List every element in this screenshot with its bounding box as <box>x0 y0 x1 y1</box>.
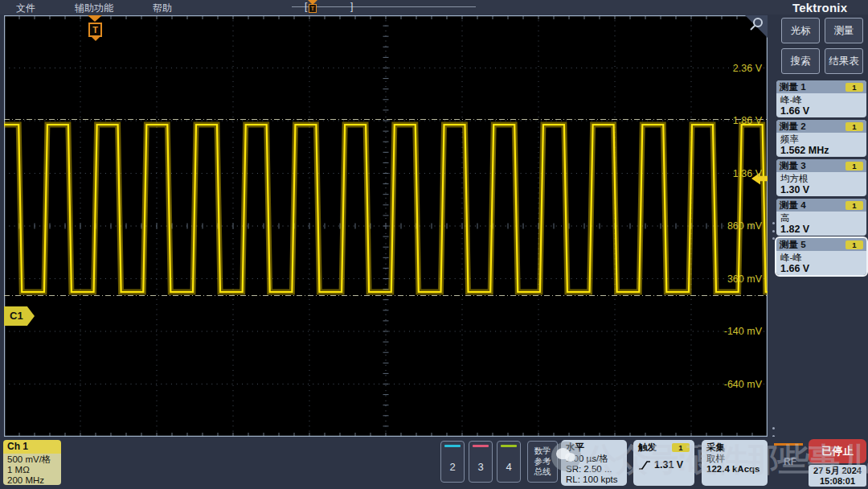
rising-edge-icon <box>638 460 651 471</box>
measurement-badge-4[interactable]: 测量 4 1 高 1.82 V <box>776 199 866 236</box>
channel1-badge[interactable]: Ch 1 500 mV/格 1 MΩ 200 MHz <box>3 440 61 485</box>
results-table-button[interactable]: 结果表 <box>825 48 863 74</box>
date-value: 27 5月 2024 <box>809 466 866 476</box>
waveform-display[interactable]: 2.36 V1.86 V1.36 V860 mV360 mV-140 mV-64… <box>4 15 768 437</box>
acquisition-mode: 取样 <box>706 454 763 464</box>
measurement-value: 1.82 V <box>780 224 862 235</box>
channel3-button[interactable]: 3 <box>469 441 493 483</box>
source-badge: 1 <box>845 240 863 249</box>
channel1-scale: 500 mV/格 <box>7 454 57 465</box>
measurement-value: 1.30 V <box>780 184 862 195</box>
channel1-name: Ch 1 <box>3 440 61 454</box>
measure-button[interactable]: 测量 <box>825 18 863 43</box>
channel2-button[interactable]: 2 <box>440 441 465 483</box>
tektronix-logo: Tektronix <box>792 1 847 14</box>
measurement-badge-3[interactable]: 测量 3 1 均方根 1.30 V <box>776 159 866 196</box>
measurement-badge-header: 测量 3 1 <box>776 159 866 172</box>
menu-bar: 文件 辅助功能 帮助 [ ] T <box>0 0 868 14</box>
channel2-color-bar <box>444 445 461 447</box>
trigger-panel[interactable]: 触发 1 1.31 V <box>633 440 694 486</box>
source-badge: 1 <box>845 122 863 131</box>
math-ref-bus-button[interactable]: 数学 参考 总线 <box>527 441 558 483</box>
acquisition-count: 122.4 kAcqs <box>706 464 763 475</box>
measurement-type: 峰-峰 <box>780 94 862 105</box>
rf-label: RF <box>784 456 796 467</box>
measurement-badge-5[interactable]: 测量 5 1 峰-峰 1.66 V <box>776 238 866 275</box>
sample-rate: SR: 2.50 ... <box>566 464 622 475</box>
source-badge: 1 <box>845 201 863 210</box>
measurement-type: 频率 <box>780 134 862 145</box>
measurement-badge-header: 测量 1 1 <box>776 80 866 93</box>
settings-bar: Ch 1 500 mV/格 1 MΩ 200 MHz 2 3 4 数学 参考 总… <box>0 437 868 489</box>
horizontal-position-bar[interactable] <box>292 6 476 7</box>
menu-help[interactable]: 帮助 <box>153 2 172 15</box>
results-sidebar: 光标 测量 搜索 结果表 测量 1 1 峰-峰 1.66 V 测量 2 1 频率… <box>772 14 868 437</box>
measurement-badge-1[interactable]: 测量 1 1 峰-峰 1.66 V <box>776 80 866 117</box>
trigger-flag-triangle-icon <box>88 15 102 22</box>
acquisition-title: 采集 <box>706 442 763 454</box>
magnifier-handle-icon <box>751 26 755 30</box>
menu-file[interactable]: 文件 <box>16 2 35 15</box>
run-stop-button[interactable]: 已停止 <box>809 439 866 463</box>
oscilloscope-screen: 文件 辅助功能 帮助 [ ] T Tektronix 2.36 V1.86 V1… <box>0 0 868 489</box>
record-length: RL: 100 kpts <box>566 475 622 485</box>
trigger-title: 触发 <box>638 442 672 454</box>
source-badge: 1 <box>845 83 863 92</box>
horizontal-scale: 1.00 µs/格 <box>566 454 622 464</box>
channel4-color-bar <box>501 445 517 447</box>
measurement-badge-header: 测量 4 1 <box>776 199 866 212</box>
measurement-badge-2[interactable]: 测量 2 1 频率 1.562 MHz <box>776 120 866 157</box>
horizontal-panel[interactable]: 水平 1.00 µs/格 SR: 2.50 ... RL: 100 kpts <box>561 440 627 486</box>
trigger-flag-pointer-icon <box>92 37 100 41</box>
trigger-position-indicator-icon[interactable]: T <box>307 0 318 13</box>
trigger-t-icon: T <box>309 4 317 13</box>
cursor-button[interactable]: 光标 <box>781 18 820 43</box>
acquisition-panel[interactable]: 采集 取样 122.4 kAcqs <box>702 440 768 486</box>
rf-indicator-line <box>774 443 803 446</box>
zoom-bracket-right[interactable]: ] <box>350 1 353 12</box>
waveform-layer <box>4 15 768 437</box>
channel4-button[interactable]: 4 <box>497 441 521 483</box>
trigger-source-badge: 1 <box>672 443 690 452</box>
source-badge: 1 <box>845 162 863 171</box>
measurement-type: 高 <box>780 212 862 224</box>
trigger-level-value: 1.31 V <box>654 459 683 471</box>
measurement-type: 均方根 <box>780 173 862 184</box>
channel1-bandwidth: 200 MHz <box>7 475 57 485</box>
menu-utility[interactable]: 辅助功能 <box>75 2 113 15</box>
channel3-color-bar <box>473 445 489 447</box>
channel1-impedance: 1 MΩ <box>7 465 57 475</box>
time-value: 15:08:01 <box>809 476 866 487</box>
measurement-badge-header: 测量 2 1 <box>776 120 866 133</box>
measurement-value: 1.66 V <box>780 263 862 274</box>
horizontal-title: 水平 <box>566 442 622 454</box>
measurement-badge-header: 测量 5 1 <box>776 238 866 251</box>
measurement-value: 1.562 MHz <box>780 145 862 156</box>
badge-drag-handle[interactable] <box>772 222 776 240</box>
measurement-value: 1.66 V <box>780 105 862 117</box>
trigger-position-flag[interactable]: T <box>88 15 104 44</box>
measurement-type: 峰-峰 <box>780 252 862 263</box>
trigger-flag-t-icon: T <box>88 23 102 37</box>
search-button[interactable]: 搜索 <box>781 48 820 74</box>
datetime-box[interactable]: 27 5月 2024 15:08:01 <box>809 465 866 487</box>
